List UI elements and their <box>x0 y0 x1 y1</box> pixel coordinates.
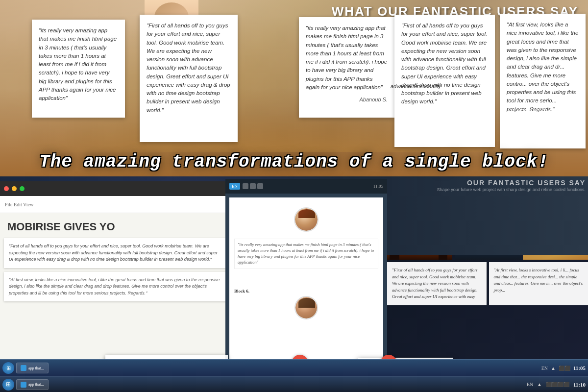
signal-icon: ▲ <box>551 366 556 371</box>
taskbar-main: ⊞ app that... EN ▲ ⬛⬛ 11:05 <box>0 359 588 376</box>
testimonial-card-3: "its really very amazing app that makes … <box>299 17 394 118</box>
testimonial-text-3: "its really very amazing app that makes … <box>306 25 387 90</box>
taskbar-app-1[interactable]: app that... <box>16 363 49 373</box>
mobirise-brand-text: MOBIRISE GIVES YO <box>0 213 230 236</box>
canvas-block1 <box>234 202 378 237</box>
builder-subtitle-text: Shape your future web project with sharp… <box>437 187 586 192</box>
toolbar-icon-3[interactable] <box>257 183 263 189</box>
builder-header: EN 11:05 <box>225 179 387 194</box>
editor-inner-card: "First of all hands off to you guys for … <box>4 238 226 268</box>
clock-2: 11:10 <box>573 382 586 388</box>
toolbar-icon-2[interactable] <box>250 183 256 189</box>
taskbar-bottom: ⊞ app that... EN ▲ ⬛⬛⬛⬛ 11:10 <box>0 376 588 392</box>
testimonial-card-5: "At first view, looks like a nice innova… <box>500 14 586 148</box>
testimonial-text-2: "First of all hands off to you guys for … <box>147 23 230 113</box>
language-badge: EN <box>229 183 240 190</box>
builder-canvas[interactable]: "its really very amazing app that makes … <box>229 197 383 384</box>
bottom-card-row: "First of all hands off to you guys for … <box>387 262 588 305</box>
max-dot[interactable] <box>20 186 24 191</box>
testimonial-text-4: "First of all hands off to you guys for … <box>401 23 487 104</box>
block-6-inner-label: Block 6. <box>234 289 378 294</box>
time-display-1: 11:05 <box>373 184 383 189</box>
testimonial-card-2: "First of all hands off to you guys for … <box>140 15 238 142</box>
editor-header <box>0 181 230 196</box>
start-button-2[interactable]: ⊞ <box>2 379 14 391</box>
bottom-testimonial-card-right: "At first view, looks s innovative tool,… <box>489 262 588 305</box>
top-section: WHAT OUR FANTASTIC USERS SAY "its really… <box>0 0 588 176</box>
users-say-strip: OUR FANTASTIC USERS SAY <box>467 179 586 187</box>
taskbar-right-main: EN ▲ ⬛⬛ 11:05 <box>541 365 586 371</box>
builder-avatar-1 <box>294 207 318 232</box>
network-icons: ⬛⬛⬛⬛ <box>546 382 569 387</box>
testimonial-text-1: "its really very amazing app that makes … <box>39 27 117 101</box>
testimonial-text-5: "At first view, looks like a nice innova… <box>507 22 578 112</box>
editor-inner-card-2: "At first view, looks like a nice innova… <box>4 272 226 302</box>
reviewer-name-3: Abanoub S. <box>306 96 388 104</box>
advance-functionality-overlay: advance functionality <box>391 83 483 89</box>
builder-avatar-2 <box>294 296 318 319</box>
testimonial-card-4: "First of all hands off to you guys for … <box>394 15 495 147</box>
builder-testimonial-text: "its really very amazing app that makes … <box>234 239 378 269</box>
app-icon-small <box>21 365 26 371</box>
wifi-icon: ▲ <box>537 382 542 387</box>
taskbar-right-area-2: EN ▲ ⬛⬛⬛⬛ 11:10 <box>527 382 586 388</box>
lang-main: EN <box>541 366 548 371</box>
main-overlay-title: The amazing transformations of a single … <box>0 152 588 172</box>
testimonial-card-1: "its really very amazing app that makes … <box>32 20 125 118</box>
block-6-section: Block 6. <box>234 289 378 319</box>
language-indicator-2: EN <box>527 382 533 387</box>
taskbar-app-item-2[interactable]: app that... <box>16 379 49 390</box>
start-button[interactable]: ⊞ <box>2 362 14 374</box>
clock-main: 11:05 <box>573 365 586 371</box>
app-icon-2 <box>21 382 26 388</box>
editor-toolbar: File Edit View <box>0 196 230 213</box>
min-dot[interactable] <box>12 186 17 191</box>
sys-tray-icons: ⬛⬛ <box>559 366 570 371</box>
close-dot[interactable] <box>4 186 9 191</box>
object-properties-text: the object $ properties <box>502 105 588 111</box>
toolbar-icon-1[interactable] <box>243 183 248 189</box>
bottom-testimonial-card-left: "First of all hands off to you guys for … <box>387 262 487 305</box>
